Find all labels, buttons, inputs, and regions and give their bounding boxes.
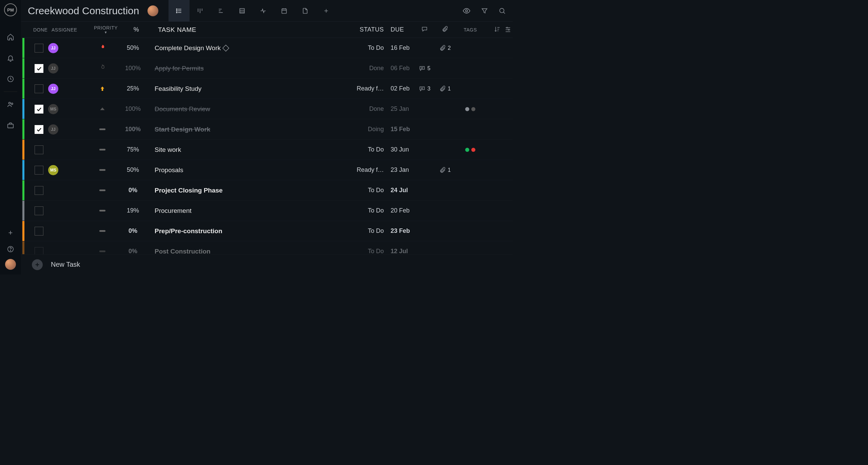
col-done[interactable]: DONE [28, 27, 52, 33]
due-value[interactable]: 24 Jul [384, 187, 414, 194]
done-checkbox[interactable] [35, 44, 43, 53]
col-tags[interactable]: TAGS [455, 27, 486, 33]
task-name[interactable]: Proposals [155, 166, 183, 174]
done-checkbox[interactable] [35, 125, 43, 134]
done-checkbox[interactable] [35, 145, 43, 154]
comment-icon[interactable] [419, 65, 426, 72]
new-task-label[interactable]: New Task [51, 261, 80, 268]
assignee-avatar[interactable]: JJ [48, 84, 58, 94]
done-checkbox[interactable] [35, 186, 43, 195]
status-value[interactable]: To Do [347, 207, 384, 214]
status-value[interactable]: Ready f… [347, 85, 384, 92]
due-value[interactable]: 16 Feb [384, 44, 414, 52]
view-board-icon[interactable] [190, 0, 211, 22]
view-calendar-icon[interactable] [274, 0, 295, 22]
task-name[interactable]: Documents Review [155, 105, 210, 113]
done-checkbox[interactable] [35, 166, 43, 175]
briefcase-icon[interactable] [6, 121, 15, 130]
status-value[interactable]: To Do [347, 227, 384, 235]
task-name[interactable]: Feasibility Study [155, 85, 201, 93]
due-value[interactable]: 23 Jan [384, 166, 414, 174]
task-name[interactable]: Prep/Pre-construction [155, 227, 222, 235]
done-checkbox[interactable] [35, 247, 43, 255]
done-checkbox[interactable] [35, 64, 43, 73]
people-icon[interactable] [6, 100, 15, 109]
due-value[interactable]: 30 Jun [384, 146, 414, 153]
assignee-avatar[interactable]: JJ [48, 63, 58, 74]
app-logo[interactable]: PM [4, 3, 17, 16]
task-name[interactable]: Site work [155, 146, 181, 154]
assignee-avatar[interactable]: MS [48, 104, 58, 114]
task-row[interactable]: MS50%ProposalsReady f…23 Jan1 [21, 160, 513, 180]
task-name[interactable]: Start Design Work [155, 126, 210, 133]
status-value[interactable]: Done [347, 65, 384, 72]
assignee-avatar[interactable]: MS [48, 165, 58, 175]
comment-icon[interactable] [419, 85, 426, 92]
task-row[interactable]: 0%Project Closing PhaseTo Do24 Jul [21, 180, 513, 201]
attachment-icon[interactable] [439, 167, 446, 174]
col-attachments-icon[interactable] [435, 26, 455, 34]
attachment-icon[interactable] [439, 45, 446, 52]
due-value[interactable]: 12 Jul [384, 248, 414, 254]
col-assignee[interactable]: ASSIGNEE [52, 27, 89, 33]
done-checkbox[interactable] [35, 227, 43, 236]
due-value[interactable]: 06 Feb [384, 65, 414, 72]
task-row[interactable]: JJ25%Feasibility StudyReady f…02 Feb31 [21, 79, 513, 99]
search-icon[interactable] [498, 7, 506, 15]
user-avatar-rail[interactable] [5, 259, 16, 270]
task-row[interactable]: JJ100%Apply for PermitsDone06 Feb5 [21, 58, 513, 79]
view-list-icon[interactable] [169, 0, 190, 22]
task-name[interactable]: Post Construction [155, 248, 211, 255]
status-value[interactable]: To Do [347, 187, 384, 194]
task-row[interactable]: JJ50%Complete Design WorkTo Do16 Feb2 [21, 38, 513, 58]
due-value[interactable]: 23 Feb [384, 227, 414, 235]
status-value[interactable]: To Do [347, 44, 384, 52]
add-task-button[interactable] [32, 259, 43, 270]
settings-icon[interactable] [505, 26, 511, 34]
filter-icon[interactable] [481, 7, 488, 15]
task-row[interactable]: 0%Prep/Pre-constructionTo Do23 Feb [21, 221, 513, 241]
eye-icon[interactable] [462, 7, 471, 15]
status-value[interactable]: To Do [347, 248, 384, 254]
col-status[interactable]: STATUS [347, 26, 384, 33]
task-name[interactable]: Complete Design Work [155, 44, 221, 52]
status-value[interactable]: To Do [347, 146, 384, 153]
task-row[interactable]: 75%Site workTo Do30 Jun [21, 140, 513, 160]
done-checkbox[interactable] [35, 206, 43, 215]
due-value[interactable]: 02 Feb [384, 85, 414, 92]
col-percent[interactable]: % [123, 26, 150, 33]
rail-add-button[interactable]: + [8, 228, 13, 237]
clock-icon[interactable] [6, 75, 15, 83]
due-value[interactable]: 20 Feb [384, 207, 414, 214]
task-row[interactable]: 19%ProcurementTo Do20 Feb [21, 201, 513, 221]
task-row[interactable]: 0%Post ConstructionTo Do12 Jul [21, 241, 513, 254]
sort-icon[interactable] [494, 26, 500, 34]
done-checkbox[interactable] [35, 105, 43, 114]
col-priority[interactable]: PRIORITY▼ [89, 25, 123, 34]
bell-icon[interactable] [6, 54, 15, 62]
view-add-icon[interactable] [316, 0, 337, 22]
home-icon[interactable] [6, 33, 15, 41]
view-activity-icon[interactable] [253, 0, 274, 22]
task-name[interactable]: Project Closing Phase [155, 187, 223, 194]
view-sheet-icon[interactable] [232, 0, 253, 22]
status-value[interactable]: Doing [347, 126, 384, 133]
col-comments-icon[interactable] [414, 26, 435, 34]
attachment-icon[interactable] [439, 85, 446, 92]
assignee-avatar[interactable]: JJ [48, 43, 58, 53]
col-due[interactable]: DUE [384, 26, 414, 33]
assignee-avatar[interactable]: JJ [48, 124, 58, 135]
task-name[interactable]: Procurement [155, 207, 192, 215]
done-checkbox[interactable] [35, 84, 43, 93]
view-file-icon[interactable] [295, 0, 316, 22]
status-value[interactable]: Done [347, 105, 384, 113]
task-row[interactable]: JJ100%Start Design WorkDoing15 Feb [21, 119, 513, 140]
col-task-name[interactable]: TASK NAME [150, 26, 347, 34]
task-row[interactable]: MS100%Documents ReviewDone25 Jan [21, 99, 513, 119]
project-avatar[interactable] [147, 5, 158, 16]
view-gantt-icon[interactable] [211, 0, 232, 22]
help-icon[interactable] [7, 245, 14, 255]
task-name[interactable]: Apply for Permits [155, 65, 204, 72]
due-value[interactable]: 15 Feb [384, 126, 414, 133]
status-value[interactable]: Ready f… [347, 166, 384, 174]
